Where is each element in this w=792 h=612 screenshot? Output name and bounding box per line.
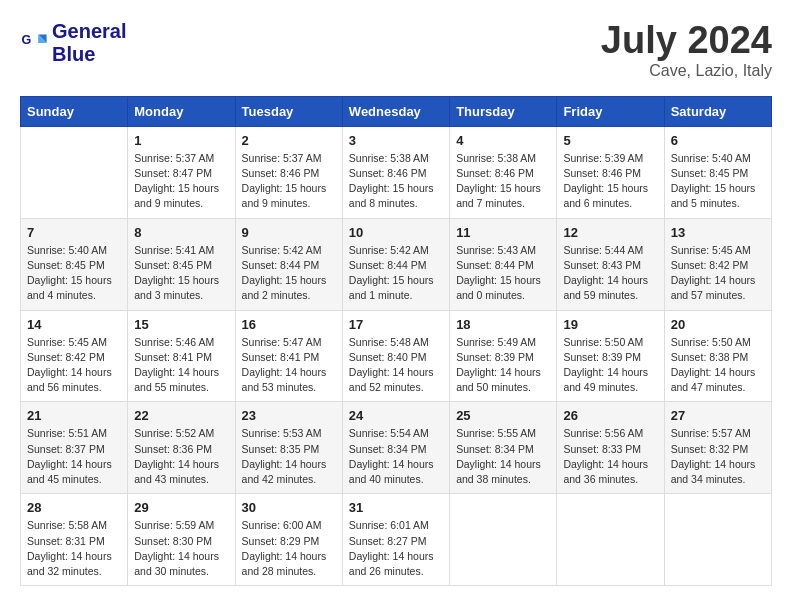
day-info: Sunrise: 5:39 AMSunset: 8:46 PMDaylight:… — [563, 151, 657, 212]
day-info: Sunrise: 5:50 AMSunset: 8:38 PMDaylight:… — [671, 335, 765, 396]
calendar-cell: 26Sunrise: 5:56 AMSunset: 8:33 PMDayligh… — [557, 402, 664, 494]
calendar-cell: 24Sunrise: 5:54 AMSunset: 8:34 PMDayligh… — [342, 402, 449, 494]
day-info: Sunrise: 5:51 AMSunset: 8:37 PMDaylight:… — [27, 426, 121, 487]
calendar-cell: 9Sunrise: 5:42 AMSunset: 8:44 PMDaylight… — [235, 218, 342, 310]
day-number: 12 — [563, 225, 657, 240]
weekday-header: Tuesday — [235, 96, 342, 126]
weekday-header-row: SundayMondayTuesdayWednesdayThursdayFrid… — [21, 96, 772, 126]
day-info: Sunrise: 5:37 AMSunset: 8:46 PMDaylight:… — [242, 151, 336, 212]
calendar-cell: 11Sunrise: 5:43 AMSunset: 8:44 PMDayligh… — [450, 218, 557, 310]
day-number: 6 — [671, 133, 765, 148]
day-info: Sunrise: 5:57 AMSunset: 8:32 PMDaylight:… — [671, 426, 765, 487]
day-info: Sunrise: 6:00 AMSunset: 8:29 PMDaylight:… — [242, 518, 336, 579]
day-number: 13 — [671, 225, 765, 240]
calendar-cell: 31Sunrise: 6:01 AMSunset: 8:27 PMDayligh… — [342, 494, 449, 586]
day-number: 23 — [242, 408, 336, 423]
calendar-cell: 7Sunrise: 5:40 AMSunset: 8:45 PMDaylight… — [21, 218, 128, 310]
day-number: 22 — [134, 408, 228, 423]
day-info: Sunrise: 5:38 AMSunset: 8:46 PMDaylight:… — [456, 151, 550, 212]
calendar-cell: 21Sunrise: 5:51 AMSunset: 8:37 PMDayligh… — [21, 402, 128, 494]
day-number: 27 — [671, 408, 765, 423]
calendar-cell: 3Sunrise: 5:38 AMSunset: 8:46 PMDaylight… — [342, 126, 449, 218]
calendar-cell: 30Sunrise: 6:00 AMSunset: 8:29 PMDayligh… — [235, 494, 342, 586]
day-info: Sunrise: 5:42 AMSunset: 8:44 PMDaylight:… — [349, 243, 443, 304]
calendar-week-row: 28Sunrise: 5:58 AMSunset: 8:31 PMDayligh… — [21, 494, 772, 586]
day-number: 30 — [242, 500, 336, 515]
day-info: Sunrise: 5:46 AMSunset: 8:41 PMDaylight:… — [134, 335, 228, 396]
day-number: 5 — [563, 133, 657, 148]
day-info: Sunrise: 5:50 AMSunset: 8:39 PMDaylight:… — [563, 335, 657, 396]
day-number: 25 — [456, 408, 550, 423]
calendar-week-row: 14Sunrise: 5:45 AMSunset: 8:42 PMDayligh… — [21, 310, 772, 402]
calendar-cell — [664, 494, 771, 586]
day-number: 2 — [242, 133, 336, 148]
calendar-cell: 29Sunrise: 5:59 AMSunset: 8:30 PMDayligh… — [128, 494, 235, 586]
day-info: Sunrise: 5:44 AMSunset: 8:43 PMDaylight:… — [563, 243, 657, 304]
calendar-cell: 6Sunrise: 5:40 AMSunset: 8:45 PMDaylight… — [664, 126, 771, 218]
day-number: 31 — [349, 500, 443, 515]
day-number: 3 — [349, 133, 443, 148]
calendar-cell: 18Sunrise: 5:49 AMSunset: 8:39 PMDayligh… — [450, 310, 557, 402]
day-number: 26 — [563, 408, 657, 423]
day-number: 11 — [456, 225, 550, 240]
calendar-cell: 5Sunrise: 5:39 AMSunset: 8:46 PMDaylight… — [557, 126, 664, 218]
calendar-table: SundayMondayTuesdayWednesdayThursdayFrid… — [20, 96, 772, 586]
calendar-cell: 17Sunrise: 5:48 AMSunset: 8:40 PMDayligh… — [342, 310, 449, 402]
day-info: Sunrise: 5:37 AMSunset: 8:47 PMDaylight:… — [134, 151, 228, 212]
calendar-cell: 1Sunrise: 5:37 AMSunset: 8:47 PMDaylight… — [128, 126, 235, 218]
day-number: 10 — [349, 225, 443, 240]
weekday-header: Friday — [557, 96, 664, 126]
weekday-header: Saturday — [664, 96, 771, 126]
calendar-week-row: 1Sunrise: 5:37 AMSunset: 8:47 PMDaylight… — [21, 126, 772, 218]
page-header: G General Blue July 2024 Cave, Lazio, It… — [20, 20, 772, 80]
day-number: 7 — [27, 225, 121, 240]
day-number: 18 — [456, 317, 550, 332]
day-info: Sunrise: 6:01 AMSunset: 8:27 PMDaylight:… — [349, 518, 443, 579]
calendar-week-row: 21Sunrise: 5:51 AMSunset: 8:37 PMDayligh… — [21, 402, 772, 494]
day-number: 19 — [563, 317, 657, 332]
calendar-cell: 10Sunrise: 5:42 AMSunset: 8:44 PMDayligh… — [342, 218, 449, 310]
calendar-cell: 28Sunrise: 5:58 AMSunset: 8:31 PMDayligh… — [21, 494, 128, 586]
day-number: 29 — [134, 500, 228, 515]
day-info: Sunrise: 5:56 AMSunset: 8:33 PMDaylight:… — [563, 426, 657, 487]
calendar-cell: 14Sunrise: 5:45 AMSunset: 8:42 PMDayligh… — [21, 310, 128, 402]
calendar-week-row: 7Sunrise: 5:40 AMSunset: 8:45 PMDaylight… — [21, 218, 772, 310]
day-info: Sunrise: 5:41 AMSunset: 8:45 PMDaylight:… — [134, 243, 228, 304]
day-info: Sunrise: 5:52 AMSunset: 8:36 PMDaylight:… — [134, 426, 228, 487]
calendar-cell: 8Sunrise: 5:41 AMSunset: 8:45 PMDaylight… — [128, 218, 235, 310]
day-number: 14 — [27, 317, 121, 332]
day-info: Sunrise: 5:47 AMSunset: 8:41 PMDaylight:… — [242, 335, 336, 396]
calendar-cell: 4Sunrise: 5:38 AMSunset: 8:46 PMDaylight… — [450, 126, 557, 218]
calendar-cell — [557, 494, 664, 586]
calendar-cell: 19Sunrise: 5:50 AMSunset: 8:39 PMDayligh… — [557, 310, 664, 402]
day-info: Sunrise: 5:48 AMSunset: 8:40 PMDaylight:… — [349, 335, 443, 396]
calendar-cell: 27Sunrise: 5:57 AMSunset: 8:32 PMDayligh… — [664, 402, 771, 494]
calendar-cell: 2Sunrise: 5:37 AMSunset: 8:46 PMDaylight… — [235, 126, 342, 218]
day-info: Sunrise: 5:43 AMSunset: 8:44 PMDaylight:… — [456, 243, 550, 304]
day-number: 21 — [27, 408, 121, 423]
title-block: July 2024 Cave, Lazio, Italy — [601, 20, 772, 80]
day-number: 4 — [456, 133, 550, 148]
day-info: Sunrise: 5:53 AMSunset: 8:35 PMDaylight:… — [242, 426, 336, 487]
day-info: Sunrise: 5:40 AMSunset: 8:45 PMDaylight:… — [671, 151, 765, 212]
day-number: 15 — [134, 317, 228, 332]
svg-text:G: G — [21, 33, 31, 47]
day-number: 20 — [671, 317, 765, 332]
day-info: Sunrise: 5:59 AMSunset: 8:30 PMDaylight:… — [134, 518, 228, 579]
logo: G General Blue — [20, 20, 126, 66]
day-number: 1 — [134, 133, 228, 148]
calendar-cell: 15Sunrise: 5:46 AMSunset: 8:41 PMDayligh… — [128, 310, 235, 402]
location-subtitle: Cave, Lazio, Italy — [601, 62, 772, 80]
month-title: July 2024 — [601, 20, 772, 62]
calendar-cell: 12Sunrise: 5:44 AMSunset: 8:43 PMDayligh… — [557, 218, 664, 310]
calendar-cell: 25Sunrise: 5:55 AMSunset: 8:34 PMDayligh… — [450, 402, 557, 494]
calendar-cell: 23Sunrise: 5:53 AMSunset: 8:35 PMDayligh… — [235, 402, 342, 494]
day-info: Sunrise: 5:54 AMSunset: 8:34 PMDaylight:… — [349, 426, 443, 487]
day-info: Sunrise: 5:58 AMSunset: 8:31 PMDaylight:… — [27, 518, 121, 579]
logo-icon: G — [20, 29, 48, 57]
day-info: Sunrise: 5:38 AMSunset: 8:46 PMDaylight:… — [349, 151, 443, 212]
day-number: 16 — [242, 317, 336, 332]
day-info: Sunrise: 5:49 AMSunset: 8:39 PMDaylight:… — [456, 335, 550, 396]
weekday-header: Monday — [128, 96, 235, 126]
day-info: Sunrise: 5:42 AMSunset: 8:44 PMDaylight:… — [242, 243, 336, 304]
